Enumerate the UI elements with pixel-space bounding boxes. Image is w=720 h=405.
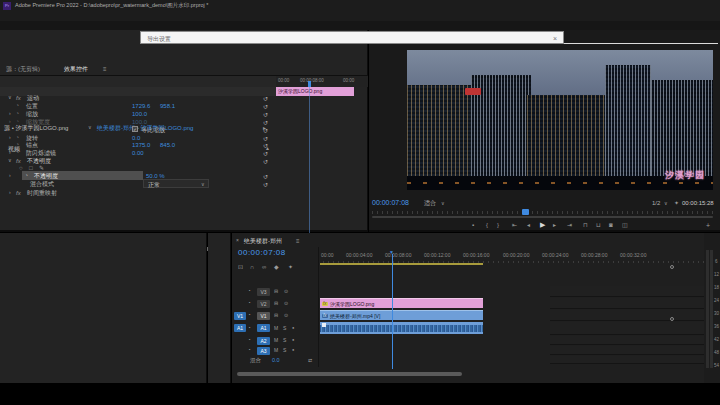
add-marker-icon[interactable]: ▪: [472, 222, 474, 228]
video-track-lane[interactable]: [550, 298, 720, 309]
sync-lock-icon[interactable]: ⊟: [274, 289, 278, 294]
reset-icon[interactable]: ↺: [263, 103, 268, 110]
solo-button[interactable]: S: [283, 326, 286, 331]
solo-button[interactable]: S: [283, 348, 286, 353]
mute-button[interactable]: M: [274, 326, 278, 331]
anchor-x-value[interactable]: 1375.0: [132, 142, 150, 148]
position-y-value[interactable]: 958.1: [160, 103, 175, 109]
clip-v2-png[interactable]: fx 汐溪学园LOGO.png: [320, 298, 483, 308]
extract-icon[interactable]: ⊔: [596, 222, 601, 228]
add-marker-icon[interactable]: ◆: [274, 264, 279, 270]
clip-a1-audio[interactable]: [320, 322, 483, 334]
mute-button[interactable]: M: [274, 338, 278, 343]
fx-mini-ruler[interactable]: 00:00 00:00:08:00 00:00: [276, 76, 368, 87]
lock-icon[interactable]: ▪: [249, 338, 250, 342]
zoom-level-select[interactable]: 适合: [424, 200, 436, 206]
blend-mode-dropdown[interactable]: 正常 ∨: [143, 179, 209, 188]
step-back-icon[interactable]: ◂: [527, 222, 530, 228]
lock-icon[interactable]: ▪: [249, 348, 250, 352]
reset-icon[interactable]: ↺: [263, 142, 268, 149]
uniform-scale-checkbox[interactable]: ✓: [132, 126, 138, 132]
timeline-timecode[interactable]: 00:00:07:08: [238, 249, 286, 257]
group-collapse-icon[interactable]: ∨: [8, 158, 12, 163]
audio-track-lane[interactable]: [550, 322, 720, 335]
reset-icon[interactable]: ↺: [263, 181, 268, 188]
disclosure-icon[interactable]: ›: [9, 111, 11, 116]
anchor-y-value[interactable]: 845.0: [160, 142, 175, 148]
export-frame-icon[interactable]: ◙: [609, 222, 613, 228]
search-overlay[interactable]: 导出设置 ×: [140, 31, 564, 44]
program-timecode[interactable]: 00:00:07:08: [372, 199, 409, 206]
tab-source-monitor[interactable]: 源：(无剪辑): [6, 66, 40, 72]
position-x-value[interactable]: 1729.6: [132, 103, 150, 109]
motion-group-label[interactable]: 运动: [27, 95, 39, 101]
chevron-down-icon[interactable]: ∨: [88, 125, 92, 130]
lock-icon[interactable]: ▪: [249, 326, 250, 330]
sync-lock-icon[interactable]: ⊟: [274, 301, 278, 306]
panel-menu-icon[interactable]: ≡: [296, 238, 300, 244]
stopwatch-icon[interactable]: ◔: [16, 103, 19, 108]
group-collapse-icon[interactable]: ∨: [8, 95, 12, 100]
timeline-playhead-line[interactable]: [392, 254, 393, 369]
master-gain-value[interactable]: 0.0: [272, 358, 280, 364]
stopwatch-icon[interactable]: ◔: [25, 173, 28, 178]
rotation-value[interactable]: 0.0: [132, 135, 140, 141]
program-video-frame[interactable]: 汐溪学园: [407, 50, 713, 190]
comparison-view-icon[interactable]: ◫: [622, 222, 628, 228]
source-patch-a1[interactable]: A1: [234, 324, 246, 332]
nest-icon[interactable]: ⊡: [238, 264, 243, 270]
close-icon[interactable]: ×: [236, 238, 239, 243]
timeline-h-scrollbar[interactable]: [237, 372, 462, 376]
lock-icon[interactable]: ▪: [249, 313, 250, 317]
reset-icon[interactable]: ↺: [263, 173, 268, 180]
voiceover-mic-icon[interactable]: ●: [292, 338, 294, 342]
timeline-ruler[interactable]: 00:00 00:00:04:00 00:00:08:00 00:00:12:0…: [318, 249, 704, 263]
antiflicker-value[interactable]: 0.00: [132, 150, 144, 156]
work-area-bar[interactable]: [320, 263, 483, 265]
stopwatch-icon[interactable]: ◔: [16, 135, 19, 140]
solo-button[interactable]: S: [283, 338, 286, 343]
mark-in-icon[interactable]: {: [486, 222, 488, 228]
eye-icon[interactable]: ⊙: [284, 289, 288, 294]
sequence-tab[interactable]: 绝美楼群-郑州: [244, 238, 282, 244]
stopwatch-icon[interactable]: ◔: [16, 111, 19, 116]
fx-playhead-line[interactable]: [309, 87, 310, 247]
reset-icon[interactable]: ↺: [263, 111, 268, 118]
track-toggle-v2[interactable]: V2: [257, 300, 270, 308]
voiceover-mic-icon[interactable]: ●: [292, 326, 294, 330]
video-track-lane[interactable]: [550, 310, 720, 321]
go-to-in-icon[interactable]: ⇤: [512, 222, 517, 228]
tab-effect-controls[interactable]: 效果控件: [64, 66, 88, 72]
step-forward-icon[interactable]: ▸: [553, 222, 556, 228]
track-toggle-v1[interactable]: V1: [257, 312, 270, 320]
program-scrub-bar[interactable]: [372, 211, 713, 214]
track-toggle-a1[interactable]: A1: [257, 324, 270, 332]
stopwatch-icon[interactable]: ◔: [16, 150, 19, 155]
play-icon[interactable]: ▶: [540, 221, 545, 228]
panel-menu-icon[interactable]: ≡: [103, 66, 107, 72]
track-toggle-v3[interactable]: V3: [257, 288, 270, 296]
linked-selection-icon[interactable]: ∞: [262, 264, 266, 270]
scale-value[interactable]: 100.0: [132, 111, 147, 117]
button-editor-icon[interactable]: +: [706, 222, 710, 229]
mark-out-icon[interactable]: }: [497, 222, 499, 228]
timeline-settings-icon[interactable]: ✦: [288, 264, 293, 270]
disclosure-icon[interactable]: ›: [9, 135, 11, 140]
fx-clip-bar[interactable]: 汐溪学园LOGO.png: [276, 87, 354, 96]
program-playhead-handle[interactable]: [522, 209, 529, 215]
master-track-lane[interactable]: [550, 356, 720, 364]
program-h-scrollbar[interactable]: [372, 216, 713, 218]
lift-icon[interactable]: ⊓: [583, 222, 588, 228]
keyframe-nav-icon[interactable]: ⇄: [308, 358, 312, 363]
audio-track-lane[interactable]: [550, 346, 720, 355]
close-icon[interactable]: ×: [553, 35, 557, 42]
disclosure-icon[interactable]: ›: [9, 150, 11, 155]
voiceover-mic-icon[interactable]: ●: [292, 348, 294, 352]
video-section-header[interactable]: 视频 ▲: [0, 87, 276, 96]
lock-icon[interactable]: ▪: [249, 301, 250, 305]
opacity-group-label[interactable]: 不透明度: [27, 158, 51, 164]
reset-icon[interactable]: ↺: [263, 127, 268, 134]
reset-icon[interactable]: ↺: [263, 158, 268, 165]
reset-icon[interactable]: ↺: [263, 150, 268, 157]
disclosure-icon[interactable]: ›: [9, 173, 11, 178]
